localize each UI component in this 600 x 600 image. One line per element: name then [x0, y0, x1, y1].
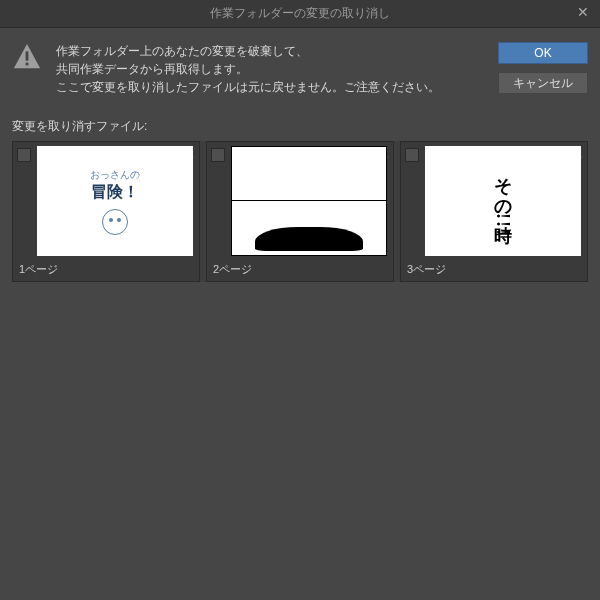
page-label: 3ページ — [405, 262, 583, 277]
svg-rect-2 — [26, 63, 29, 66]
thumbnail: おっさんの 冒険！ — [37, 146, 193, 256]
file-checkbox[interactable] — [17, 148, 31, 162]
dialog-title: 作業フォルダーの変更の取り消し — [210, 5, 390, 22]
dialog-titlebar: 作業フォルダーの変更の取り消し ✕ — [0, 0, 600, 28]
svg-rect-1 — [26, 51, 29, 60]
manga-panel-bottom — [232, 201, 386, 255]
dialog-content: 作業フォルダー上のあなたの変更を破棄して、 共同作業データから再取得します。 こ… — [0, 28, 600, 600]
button-column: OK キャンセル — [498, 42, 588, 94]
thumbnail — [231, 146, 387, 256]
close-icon[interactable]: ✕ — [574, 4, 592, 20]
thumbnail: その時!!! — [425, 146, 581, 256]
thumb-text-small: おっさんの — [90, 168, 140, 182]
thumb-text: その時!!! — [491, 165, 515, 237]
message-line-3: ここで変更を取り消したファイルは元に戻せません。ご注意ください。 — [56, 78, 488, 96]
file-item[interactable]: その時!!! 3ページ — [400, 141, 588, 282]
file-item[interactable]: おっさんの 冒険！ 1ページ — [12, 141, 200, 282]
ok-button[interactable]: OK — [498, 42, 588, 64]
file-item[interactable]: 2ページ — [206, 141, 394, 282]
page-label: 2ページ — [211, 262, 389, 277]
file-checkbox[interactable] — [211, 148, 225, 162]
manga-panel-top — [232, 147, 386, 201]
file-checkbox[interactable] — [405, 148, 419, 162]
cancel-button[interactable]: キャンセル — [498, 72, 588, 94]
message-line-2: 共同作業データから再取得します。 — [56, 60, 488, 78]
files-section-label: 変更を取り消すファイル: — [12, 118, 588, 135]
header-row: 作業フォルダー上のあなたの変更を破棄して、 共同作業データから再取得します。 こ… — [12, 42, 588, 96]
thumb-text-large: 冒険！ — [90, 182, 140, 203]
message-line-1: 作業フォルダー上のあなたの変更を破棄して、 — [56, 42, 488, 60]
warning-icon — [12, 42, 46, 72]
page-label: 1ページ — [17, 262, 195, 277]
file-grid: おっさんの 冒険！ 1ページ — [12, 141, 588, 282]
warning-message: 作業フォルダー上のあなたの変更を破棄して、 共同作業データから再取得します。 こ… — [56, 42, 488, 96]
